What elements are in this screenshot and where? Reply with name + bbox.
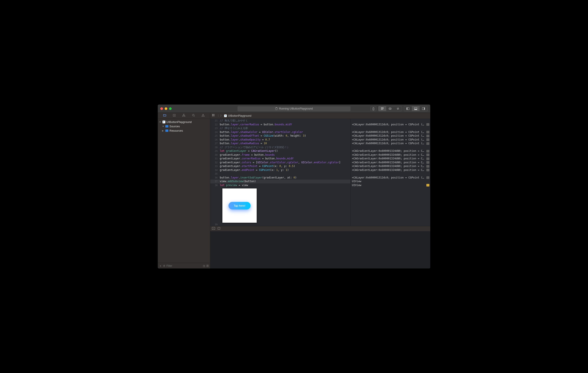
code-line[interactable]: 24button.layer.shadowColor = UIColor.sta… [210,130,350,134]
quicklook-icon[interactable] [426,165,429,168]
svg-rect-15 [212,115,213,116]
standard-editor-button[interactable] [378,106,386,111]
related-items-icon[interactable] [212,114,215,117]
close-icon[interactable] [160,107,163,110]
code-line[interactable]: 27button.layer.shadowRadius = 10 [210,142,350,145]
tree-item-resources[interactable]: ▶ Resources [158,128,210,133]
tree-item-sources[interactable]: ▼ Sources [158,124,210,128]
quicklook-icon[interactable] [426,169,429,171]
toggle-navigator-button[interactable] [404,106,412,111]
code-content: button.layer.shadowColor = UIColor.start… [220,130,303,134]
code-line[interactable]: 32gradientLayer.colors = [UIColor.startC… [210,161,350,165]
result-line[interactable]: <CAGradientLayer:0x600001324d80; positio… [352,149,429,153]
disclosure-icon[interactable]: ▼ [159,121,161,123]
jump-bar[interactable]: 〈 〉 UIButtonPlayground [210,113,430,119]
quicklook-icon[interactable] [426,161,429,164]
code-line[interactable]: 35 [210,172,350,176]
chevron-down-box-icon [212,227,215,230]
disclosure-icon[interactable]: ▶ [162,129,164,132]
result-line[interactable]: <CAGradientLayer:0x600001324d80; positio… [352,153,429,157]
results-sidebar[interactable]: <CALayer:0x600001312dc0; position = CGPo… [350,119,430,226]
folder-icon [165,124,168,128]
result-line[interactable]: <CALayer:0x600001312dc0; position = CGPo… [352,134,429,138]
playground-icon [162,120,166,124]
quicklook-icon[interactable] [426,154,429,156]
back-button[interactable]: 〈 [216,114,219,117]
code-line[interactable]: 26button.layer.shadowOpacity = 0.7 [210,138,350,142]
panel-toggle-segment [404,106,428,111]
forward-button[interactable]: 〉 [220,114,223,117]
filter-input[interactable] [167,264,201,267]
assistant-editor-button[interactable] [386,106,394,111]
code-line[interactable]: 38let preview = view [210,184,350,187]
code-editor[interactable]: 21// 角丸で親しみやすく22button.layer.cornerRadiu… [210,119,350,226]
project-navigator-tab[interactable] [163,114,167,118]
svg-rect-10 [182,116,183,116]
code-line[interactable]: 37view.addSubview(button) [210,180,350,184]
quicklook-icon[interactable] [426,142,429,145]
code-line[interactable]: 22button.layer.cornerRadius = button.bou… [210,123,350,127]
disclosure-icon[interactable]: ▼ [162,125,164,127]
hierarchy-navigator-tab[interactable] [182,114,186,118]
debug-area[interactable] [210,231,430,269]
folder-icon [165,129,168,132]
result-line[interactable]: <CAGradientLayer:0x600001324d80; positio… [352,161,429,165]
minimize-icon[interactable] [165,107,167,110]
issue-navigator-tab[interactable] [201,114,205,118]
find-navigator-tab[interactable] [192,114,195,118]
quicklook-icon[interactable] [426,123,429,126]
result-line[interactable]: <CALayer:0x600001312dc0; position = CGPo… [352,138,429,142]
jump-bar-file[interactable]: UIButtonPlayground [228,114,251,117]
code-line[interactable]: 25button.layer.shadowOffset = CGSize(wid… [210,134,350,138]
code-line[interactable]: 28// グラデーションで強めのアピール（リサイズ非対応！） [210,145,350,149]
code-line[interactable]: 21// 角丸で親しみやすく [210,119,350,123]
code-line[interactable]: 33gradientLayer.startPoint = CGPoint(x: … [210,164,350,168]
quicklook-icon[interactable] [426,184,429,186]
line-number: 24 [210,130,220,134]
editor-mode-segment [378,106,402,111]
code-line[interactable]: 29let gradientLayer = CAGradientLayer() [210,149,350,153]
code-content: // 押せそうにみえる影 [220,126,248,130]
code-line[interactable]: 31gradientLayer.cornerRadius = button.bo… [210,157,350,161]
symbol-navigator-tab[interactable] [172,114,176,118]
scm-filter-icon[interactable]: ☒ [206,264,209,267]
zoom-icon[interactable] [169,107,172,110]
tree-root[interactable]: ▼ UIButtonPlayground [158,120,210,124]
quicklook-icon[interactable] [426,157,429,160]
result-line[interactable]: <CALayer:0x600001312dc0; position = CGPo… [352,123,429,127]
recent-icon[interactable]: ◷ [203,264,205,267]
toggle-inspector-button[interactable] [420,106,427,111]
project-tree[interactable]: ▼ UIButtonPlayground ▼ Sources ▶ Resourc… [158,119,210,263]
line-number: 26 [210,138,220,142]
result-line[interactable]: <CAGradientLayer:0x600001324d80; positio… [352,168,429,172]
code-review-button[interactable]: {} [370,106,377,111]
result-line[interactable]: <CALayer:0x600001312dc0; position = CGPo… [352,130,429,134]
code-line[interactable]: 36button.layer.insertSublayer(gradientLa… [210,176,350,180]
quicklook-icon[interactable] [426,176,429,179]
quicklook-icon[interactable] [426,150,429,153]
code-content: button.layer.insertSublayer(gradientLaye… [220,176,297,180]
result-line[interactable]: UIView [352,180,429,184]
debug-stop-icon[interactable] [218,227,220,230]
result-line[interactable]: <CAGradientLayer:0x600001324d80; positio… [352,157,429,161]
code-line[interactable]: 34gradientLayer.endPoint = CGPoint(x: 1,… [210,168,350,172]
quicklook-icon[interactable] [426,135,429,137]
debug-toggle-icon[interactable] [212,227,215,230]
result-line[interactable]: <CALayer:0x600001312dc0; position = CGPo… [352,176,429,180]
activity-viewer[interactable]: Running UIButtonPlayground [238,106,350,111]
code-line[interactable]: 23// 押せそうにみえる影 [210,126,350,130]
result-line[interactable]: UIView [352,184,429,187]
code-line[interactable]: 30gradientLayer.frame = button.bounds [210,153,350,157]
result-text: <CAGradientLayer:0x600001324d80; positio… [352,153,425,157]
result-line[interactable]: <CALayer:0x600001312dc0; position = CGPo… [352,142,429,145]
line-number: 28 [210,145,220,149]
toggle-debug-button[interactable] [412,106,420,111]
result-line[interactable]: <CAGradientLayer:0x600001324d80; positio… [352,164,429,168]
square-icon [218,227,220,230]
add-icon[interactable]: ＋ [159,264,162,268]
quicklook-icon[interactable] [426,131,429,133]
line-number: 37 [210,180,220,184]
version-editor-button[interactable] [394,106,402,111]
quicklook-icon[interactable] [426,138,429,141]
code-line[interactable]: 39 [210,223,350,226]
